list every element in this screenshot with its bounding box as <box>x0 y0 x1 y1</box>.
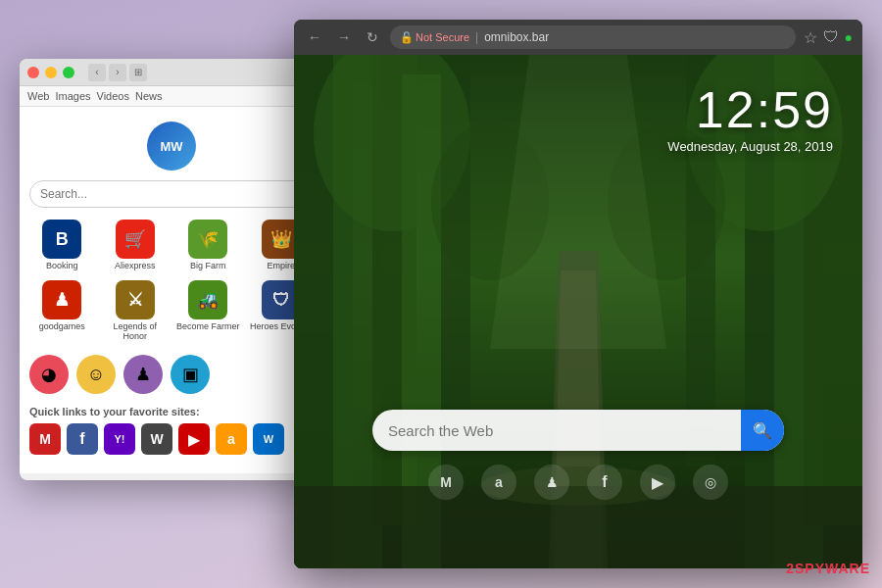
app-aliexpress-icon: 🛒 <box>116 220 155 259</box>
forest-background: 12:59 Wednesday, August 28, 2019 🔍 M a ♟… <box>294 55 862 568</box>
chrome-back-button[interactable]: ← <box>304 27 325 47</box>
quick-link-amazon[interactable]: a <box>216 423 247 455</box>
tab-videos[interactable]: Videos <box>97 90 129 102</box>
bottom-icons-row: ◕ ☺ ♟ ▣ <box>29 351 314 398</box>
footer-youtube-icon[interactable]: ▶ <box>640 465 675 500</box>
quick-link-walmart[interactable]: W <box>253 423 284 455</box>
quick-link-facebook[interactable]: f <box>67 423 98 455</box>
app-goodgames-label: goodgames <box>39 321 85 331</box>
grid-button[interactable]: ⊞ <box>129 64 147 81</box>
chrome-reload-button[interactable]: ↻ <box>363 27 382 47</box>
search-input[interactable] <box>372 422 741 439</box>
quick-link-gmail[interactable]: M <box>29 423 61 455</box>
quick-link-yahoo[interactable]: Y! <box>104 423 135 455</box>
lock-icon: 🔓 <box>400 31 414 44</box>
watermark: 2SPYWARE <box>786 561 870 576</box>
chrome-toolbar-right: ☆ 🛡 ● <box>804 28 853 47</box>
not-secure-label: Not Secure <box>416 31 469 43</box>
left-content: MW B Booking 🛒 Aliexpress 🌾 Big Farm 👑 E… <box>20 107 323 473</box>
quick-links-row: M f Y! W ▶ a W <box>29 423 314 455</box>
left-titlebar: ‹ › ⊞ <box>20 59 323 86</box>
chrome-titlebar: ← → ↻ 🔓 Not Secure | omnibox.bar ☆ 🛡 ● <box>294 20 862 55</box>
app-bigfarm-icon: 🌾 <box>188 220 227 259</box>
close-dot[interactable] <box>27 67 39 78</box>
mw-logo: MW <box>147 122 196 171</box>
app-become-farmer-label: Become Farmer <box>176 321 240 331</box>
app-booking[interactable]: B Booking <box>29 220 95 270</box>
forward-button[interactable]: › <box>109 64 126 81</box>
app-legends[interactable]: ⚔ Legends of Honor <box>103 280 169 341</box>
chrome-omnibox[interactable]: 🔓 Not Secure | omnibox.bar <box>390 25 796 49</box>
nav-buttons: ‹ › ⊞ <box>88 64 147 81</box>
right-browser-window: ← → ↻ 🔓 Not Secure | omnibox.bar ☆ 🛡 ● <box>294 20 862 568</box>
app-aliexpress-label: Aliexpress <box>115 261 156 270</box>
app-aliexpress[interactable]: 🛒 Aliexpress <box>103 220 169 270</box>
app-bigfarm[interactable]: 🌾 Big Farm <box>175 220 241 270</box>
app-goodgames-icon: ♟ <box>42 280 81 319</box>
chrome-forward-button[interactable]: → <box>333 27 355 47</box>
clock-time: 12:59 <box>667 84 833 135</box>
bottom-icon-3[interactable]: ♟ <box>123 355 163 394</box>
extension-icon[interactable]: ● <box>845 29 853 45</box>
tab-images[interactable]: Images <box>55 90 90 102</box>
footer-game-icon[interactable]: ♟ <box>534 465 569 500</box>
search-row: 🔍 <box>372 410 784 451</box>
watermark-colored: E <box>860 561 870 576</box>
bottom-icon-2[interactable]: ☺ <box>76 355 116 394</box>
search-button[interactable]: 🔍 <box>741 410 784 451</box>
tab-news[interactable]: News <box>135 90 163 102</box>
footer-facebook-icon[interactable]: f <box>587 465 622 500</box>
quick-link-youtube[interactable]: ▶ <box>178 423 210 455</box>
quick-link-wikipedia[interactable]: W <box>141 423 172 455</box>
app-booking-icon: B <box>42 220 81 259</box>
app-bigfarm-label: Big Farm <box>190 261 226 270</box>
shield-icon[interactable]: 🛡 <box>823 28 839 46</box>
not-secure-indicator: 🔓 Not Secure <box>400 31 469 44</box>
star-icon[interactable]: ☆ <box>804 28 817 47</box>
clock-date: Wednesday, August 28, 2019 <box>667 139 833 154</box>
app-empire-label: Empire <box>267 261 295 270</box>
bottom-icons-bar: M a ♟ f ▶ ◎ <box>428 465 728 500</box>
bottom-icon-4[interactable]: ▣ <box>171 355 210 394</box>
app-booking-label: Booking <box>46 261 78 270</box>
left-search-input[interactable] <box>29 180 314 208</box>
footer-gmail-icon[interactable]: M <box>428 465 464 500</box>
footer-amazon-icon[interactable]: a <box>481 465 516 500</box>
app-legends-icon: ⚔ <box>116 280 155 319</box>
app-become-farmer[interactable]: 🚜 Become Farmer <box>175 280 241 341</box>
apps-grid-row1: B Booking 🛒 Aliexpress 🌾 Big Farm 👑 Empi… <box>29 220 314 270</box>
app-legends-label: Legends of Honor <box>103 321 169 341</box>
app-goodgames[interactable]: ♟ goodgames <box>29 280 95 341</box>
bottom-icon-1[interactable]: ◕ <box>29 355 69 394</box>
apps-grid-row2: ♟ goodgames ⚔ Legends of Honor 🚜 Become … <box>29 280 314 341</box>
maximize-dot[interactable] <box>63 67 74 78</box>
left-browser-window: ‹ › ⊞ Web Images Videos News MW B Bookin… <box>20 59 323 480</box>
clock-overlay: 12:59 Wednesday, August 28, 2019 <box>667 84 833 154</box>
search-section: 🔍 <box>372 410 784 451</box>
app-become-farmer-icon: 🚜 <box>188 280 227 319</box>
quick-links-label: Quick links to your favorite sites: <box>29 406 314 417</box>
left-nav-tabs: Web Images Videos News <box>20 86 323 107</box>
minimize-dot[interactable] <box>45 67 57 78</box>
back-button[interactable]: ‹ <box>88 64 106 81</box>
footer-instagram-icon[interactable]: ◎ <box>693 465 728 500</box>
tab-web[interactable]: Web <box>27 90 49 102</box>
omnibox-url: omnibox.bar <box>484 30 549 44</box>
watermark-text: 2SPYWAR <box>786 561 859 576</box>
